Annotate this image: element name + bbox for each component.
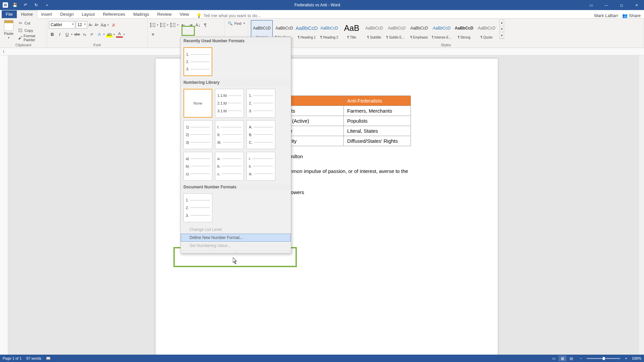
document-formats-header: Document Number Formats	[181, 183, 291, 191]
find-button[interactable]: 🔍Find▾	[227, 20, 246, 27]
tab-mailings[interactable]: Mailings	[129, 10, 153, 18]
show-marks-button[interactable]: ¶	[202, 21, 209, 28]
spell-check-icon[interactable]: 📖	[46, 356, 51, 361]
tab-review[interactable]: Review	[153, 10, 176, 18]
tab-home[interactable]: Home	[17, 10, 37, 18]
change-list-level-item: Change List Level	[181, 226, 291, 234]
share-button[interactable]: 👥 Share	[622, 13, 641, 18]
style-subtitle[interactable]: AaBbCcD¶ Subtitle	[363, 20, 385, 40]
minimize-button[interactable]: —	[599, 0, 614, 10]
font-size-input[interactable]	[76, 21, 87, 28]
styles-more[interactable]: ▾	[500, 32, 504, 39]
strikethrough-button[interactable]: abc	[74, 31, 80, 38]
tab-view[interactable]: View	[175, 10, 193, 18]
cut-icon: ✂	[18, 20, 23, 26]
text-effects-button[interactable]: A	[96, 31, 103, 38]
redo-button[interactable]: ↻	[32, 1, 40, 9]
document-table[interactable]: Anti-Federalists tocratsFarmers, Merchan…	[276, 96, 411, 146]
cut-button[interactable]: ✂Cut	[17, 19, 45, 26]
styles-up[interactable]: ▴	[500, 20, 504, 26]
word-count[interactable]: 97 words	[26, 356, 41, 360]
web-layout-button[interactable]: ▤	[567, 355, 575, 361]
clear-formatting-button[interactable]: A̷	[110, 21, 117, 28]
align-left-button[interactable]: ≡	[150, 31, 156, 38]
increase-indent-button[interactable]: ⇥	[187, 21, 194, 28]
zoom-in-button[interactable]: +	[625, 356, 627, 360]
shrink-font-button[interactable]: A▾	[94, 21, 99, 28]
italic-button[interactable]: I	[56, 31, 63, 38]
close-button[interactable]: ✕	[629, 0, 644, 10]
save-button[interactable]: 💾	[11, 1, 19, 9]
number-format-option[interactable]: A.B.C.	[247, 120, 275, 149]
styles-down[interactable]: ▾	[500, 26, 504, 33]
style-intense-e-[interactable]: AaBbCcD¶ Intense E...	[431, 20, 452, 40]
number-format-option[interactable]: i.ii.iii.	[247, 152, 275, 181]
tell-me-search[interactable]: 💡 Tell me what you want to do...	[196, 13, 261, 18]
font-name-input[interactable]	[49, 21, 75, 28]
ribbon-options-icon[interactable]: ▭	[584, 0, 599, 10]
number-format-option[interactable]: a.b.c.	[215, 152, 244, 181]
number-format-option[interactable]: 1.1.fd2.1.fd3.1.fd	[215, 89, 244, 118]
number-format-option[interactable]: 1.2.3.	[183, 193, 212, 222]
set-numbering-value-item: Set Numbering Value...	[181, 242, 291, 250]
multilevel-list-button[interactable]	[170, 21, 176, 28]
zoom-out-button[interactable]: −	[580, 356, 582, 360]
tab-file[interactable]: File	[2, 10, 17, 18]
vertical-scrollbar[interactable]	[638, 55, 644, 355]
format-painter-button[interactable]: 🖌Format Painter	[17, 34, 45, 41]
style-emphasis[interactable]: AaBbCcD¶ Emphasis	[408, 20, 430, 40]
style-strong[interactable]: AaBbCcD¶ Strong	[453, 20, 475, 40]
find-icon: 🔍	[228, 21, 233, 26]
style-heading-1[interactable]: AaBbCcD¶ Heading 1	[296, 20, 318, 40]
grow-font-button[interactable]: A▴	[88, 21, 93, 28]
print-layout-button[interactable]: ▦	[558, 355, 567, 361]
tab-insert[interactable]: Insert	[37, 10, 56, 18]
ruler-horizontal[interactable]: L	[0, 48, 644, 55]
page-indicator[interactable]: Page 1 of 1	[3, 356, 21, 360]
numbering-dropdown: Recently Used Number Formats 1.2.3. Numb…	[180, 37, 291, 253]
tab-layout[interactable]: Layout	[78, 10, 99, 18]
copy-button[interactable]: ⿻Copy	[17, 27, 45, 34]
style-title[interactable]: AaB¶ Title	[341, 20, 363, 40]
underline-button[interactable]: U	[64, 31, 70, 38]
decrease-indent-button[interactable]: ⇤	[180, 21, 186, 28]
bullets-button[interactable]	[150, 21, 156, 28]
number-format-option[interactable]: 1.2.3.	[247, 89, 275, 118]
number-format-option[interactable]: I.II.III.	[215, 120, 244, 149]
zoom-slider[interactable]	[587, 358, 620, 359]
zoom-level[interactable]: 100%	[632, 356, 641, 360]
styles-scroll[interactable]: ▴ ▾ ▾	[499, 19, 504, 39]
change-case-button[interactable]: Aa	[100, 21, 107, 28]
tab-selector[interactable]: L	[0, 48, 8, 55]
subscript-button[interactable]: x₂	[81, 31, 88, 38]
paste-button[interactable]: Paste ▾	[2, 19, 15, 40]
tab-design[interactable]: Design	[56, 10, 77, 18]
read-mode-button[interactable]: ▭	[550, 355, 558, 361]
numbering-library-grid: None1.1.fd2.1.fd3.1.fd1.2.3.1)2)3)I.II.I…	[181, 86, 291, 183]
dropdown-resize-handle[interactable]: ⋯	[181, 250, 291, 253]
multilevel-icon	[170, 22, 176, 27]
style-quote[interactable]: AaBbCcD¶ Quote	[476, 20, 497, 40]
numbering-icon	[160, 22, 166, 27]
numbering-split-button[interactable]: ▾	[160, 21, 169, 28]
tab-references[interactable]: References	[99, 10, 129, 18]
qat-customize[interactable]: ▾	[43, 1, 51, 9]
user-name[interactable]: Mark LaBarr	[594, 13, 619, 18]
number-format-option[interactable]: 1)2)3)	[183, 120, 212, 149]
maximize-button[interactable]: ◻	[614, 0, 629, 10]
superscript-button[interactable]: x²	[89, 31, 95, 38]
undo-button[interactable]: ↶	[21, 1, 30, 9]
bold-button[interactable]: B	[49, 31, 56, 38]
ruler-vertical[interactable]	[0, 55, 8, 355]
number-format-option[interactable]: 1.2.3.	[183, 47, 212, 76]
number-format-option[interactable]: a)b)c)	[183, 152, 212, 181]
document-area: Anti-Federalists tocratsFarmers, Merchan…	[0, 55, 644, 355]
highlight-button[interactable]: ab	[106, 31, 113, 38]
font-color-button[interactable]: A	[116, 31, 123, 38]
lightbulb-icon: 💡	[196, 13, 202, 18]
style-subtle-em-[interactable]: AaBbCcD¶ Subtle Em...	[386, 20, 408, 40]
number-format-none[interactable]: None	[183, 89, 212, 118]
sort-button[interactable]: A↓	[195, 21, 201, 28]
define-new-number-format-item[interactable]: Define New Number Format...	[181, 234, 291, 242]
style-heading-2[interactable]: AaBbCcD¶ Heading 2	[318, 20, 340, 40]
